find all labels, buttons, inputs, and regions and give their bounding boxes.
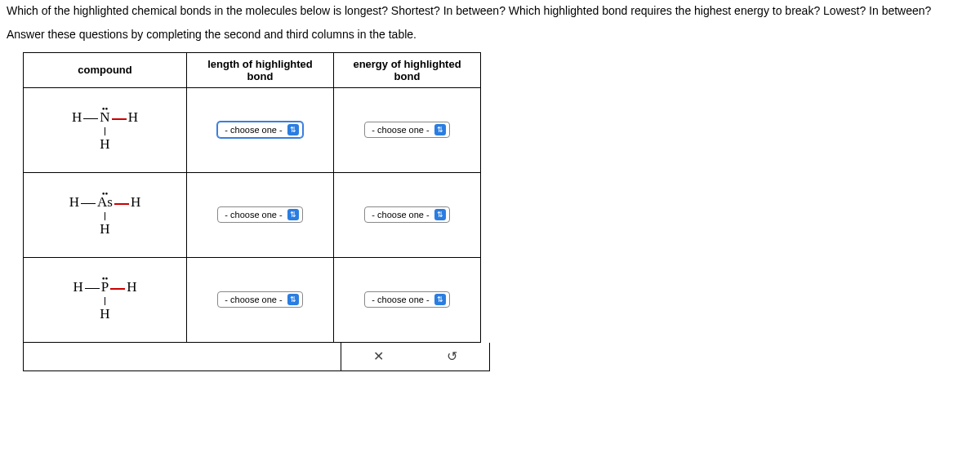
table-row: •• HAsH H - choose one - ⇅ - choose one … [24,172,481,257]
table-row: •• HNH H - choose one - ⇅ - choose one - [24,87,481,172]
question-line2: Answer these questions by completing the… [7,28,973,41]
stepper-icon: ⇅ [287,209,299,220]
footer-bar: ✕ ↺ [23,343,490,371]
answer-table: compound length of highlightedbond energ… [23,52,481,343]
energy-select[interactable]: - choose one - ⇅ [364,291,449,308]
stepper-icon: ⇅ [287,294,299,305]
compound-cell: •• HAsH H [24,172,187,257]
reset-icon[interactable]: ↺ [443,348,462,366]
header-compound: compound [24,52,187,87]
stepper-icon: ⇅ [434,294,446,305]
compound-cell: •• HPH H [24,257,187,342]
molecule-ph3: •• HPH H [73,277,136,322]
molecule-ash3: •• HAsH H [69,192,140,237]
molecule-nh3: •• HNH H [72,107,138,153]
table-row: •• HPH H - choose one - ⇅ - choose one - [24,257,481,342]
header-length: length of highlightedbond [187,52,334,87]
close-icon[interactable]: ✕ [368,348,388,366]
length-select[interactable]: - choose one - ⇅ [217,122,302,138]
compound-cell: •• HNH H [24,87,187,172]
energy-select[interactable]: - choose one - ⇅ [364,206,449,223]
length-select[interactable]: - choose one - ⇅ [217,206,302,223]
stepper-icon: ⇅ [434,124,446,135]
header-energy: energy of highlightedbond [334,52,481,87]
stepper-icon: ⇅ [287,124,299,135]
length-select[interactable]: - choose one - ⇅ [217,291,302,308]
question-line1: Which of the highlighted chemical bonds … [7,3,973,20]
energy-select[interactable]: - choose one - ⇅ [364,122,449,138]
stepper-icon: ⇅ [434,209,446,220]
